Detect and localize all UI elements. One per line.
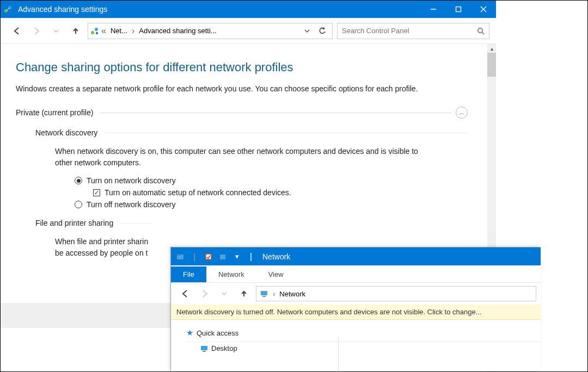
svg-rect-16 bbox=[220, 255, 225, 259]
discovery-description: When network discovery is on, this compu… bbox=[16, 146, 430, 169]
scrollbar-thumb[interactable] bbox=[487, 53, 496, 77]
titlebar[interactable]: Advanced sharing settings bbox=[1, 1, 496, 18]
chevron-left-icon: « bbox=[100, 26, 107, 36]
breadcrumb[interactable]: › Network bbox=[256, 286, 536, 301]
monitor-icon bbox=[260, 289, 268, 298]
breadcrumb-item[interactable]: Network bbox=[279, 290, 305, 298]
radio-icon bbox=[75, 177, 82, 184]
window-title: Network bbox=[257, 252, 290, 261]
tree-desktop[interactable]: Desktop bbox=[186, 342, 541, 354]
svg-rect-18 bbox=[262, 296, 266, 297]
new-folder-icon[interactable] bbox=[217, 251, 229, 263]
qat-separator: | bbox=[245, 251, 257, 263]
maximize-button[interactable] bbox=[446, 1, 471, 18]
tree-quick-access[interactable]: ★ Quick access bbox=[186, 326, 541, 339]
svg-point-9 bbox=[95, 28, 98, 31]
radio-icon bbox=[75, 201, 82, 208]
tab-network[interactable]: Network bbox=[206, 266, 256, 282]
svg-rect-14 bbox=[177, 254, 180, 256]
section-private[interactable]: Private (current profile) ︿ bbox=[16, 107, 468, 119]
search-placeholder: Search Control Panel bbox=[342, 27, 477, 35]
svg-rect-5 bbox=[456, 7, 461, 12]
svg-rect-19 bbox=[201, 346, 207, 350]
svg-point-10 bbox=[96, 32, 98, 34]
chevron-up-icon[interactable]: ︿ bbox=[456, 107, 468, 119]
network-icon bbox=[1, 5, 16, 14]
svg-point-2 bbox=[9, 10, 11, 13]
network-icon bbox=[90, 27, 99, 35]
forward-button[interactable] bbox=[197, 286, 212, 301]
chevron-up-icon[interactable]: ▴ bbox=[487, 44, 496, 53]
page-title: Change sharing options for different net… bbox=[16, 60, 468, 75]
minimize-button[interactable] bbox=[421, 1, 446, 18]
star-icon: ★ bbox=[186, 328, 193, 338]
infobar-discovery-off[interactable]: Network discovery is turned off. Network… bbox=[171, 305, 541, 320]
svg-rect-20 bbox=[203, 351, 206, 352]
recent-dropdown[interactable] bbox=[48, 23, 64, 39]
svg-point-11 bbox=[478, 28, 482, 32]
checkbox-icon: ✓ bbox=[93, 189, 100, 196]
qat-separator: | bbox=[188, 251, 200, 263]
window-title: Advanced sharing settings bbox=[16, 5, 421, 14]
close-button[interactable] bbox=[471, 1, 496, 18]
group-file-printer-sharing: File and printer sharing bbox=[16, 219, 468, 227]
window-network-explorer: | ▾ | Network File Network View › Networ… bbox=[170, 247, 541, 371]
svg-line-12 bbox=[482, 32, 484, 34]
back-button[interactable] bbox=[177, 286, 193, 301]
titlebar[interactable]: | ▾ | Network bbox=[171, 247, 541, 265]
svg-rect-17 bbox=[261, 291, 267, 295]
ribbon-tabs: File Network View bbox=[171, 265, 541, 283]
qat-customize[interactable]: ▾ bbox=[231, 251, 243, 263]
desktop-icon bbox=[200, 345, 208, 352]
search-input[interactable]: Search Control Panel bbox=[337, 23, 489, 39]
back-button[interactable] bbox=[9, 23, 24, 39]
breadcrumb-item[interactable]: Advanced sharing setti... bbox=[137, 27, 218, 35]
nav-tree: ★ Quick access Desktop bbox=[171, 320, 541, 354]
pane-divider[interactable] bbox=[338, 337, 339, 371]
breadcrumb-dropdown[interactable] bbox=[299, 23, 315, 39]
navigation-toolbar: « Net... › Advanced sharing setti... Sea… bbox=[1, 18, 496, 44]
explorer-icon bbox=[174, 251, 186, 263]
refresh-button[interactable] bbox=[315, 23, 330, 39]
tab-view[interactable]: View bbox=[256, 266, 296, 282]
svg-line-3 bbox=[7, 8, 9, 10]
group-network-discovery: Network discovery bbox=[16, 128, 468, 137]
navigation-toolbar: › Network bbox=[171, 283, 541, 305]
search-icon bbox=[477, 27, 485, 35]
breadcrumb[interactable]: « Net... › Advanced sharing setti... bbox=[88, 23, 333, 39]
forward-button[interactable] bbox=[29, 23, 44, 39]
page-description: Windows creates a separate network profi… bbox=[16, 83, 462, 95]
properties-icon[interactable] bbox=[203, 251, 215, 263]
checkbox-auto-setup[interactable]: ✓ Turn on automatic setup of network con… bbox=[16, 188, 468, 197]
radio-discovery-off[interactable]: Turn off network discovery bbox=[16, 200, 468, 209]
up-button[interactable] bbox=[68, 23, 83, 39]
chevron-right-icon: › bbox=[131, 26, 136, 36]
recent-dropdown[interactable] bbox=[217, 286, 232, 301]
tab-file[interactable]: File bbox=[171, 266, 206, 282]
svg-point-8 bbox=[91, 31, 94, 34]
up-button[interactable] bbox=[236, 286, 252, 301]
breadcrumb-item[interactable]: Net... bbox=[108, 27, 130, 35]
chevron-right-icon: › bbox=[272, 290, 276, 298]
radio-discovery-on[interactable]: Turn on network discovery bbox=[16, 176, 468, 185]
